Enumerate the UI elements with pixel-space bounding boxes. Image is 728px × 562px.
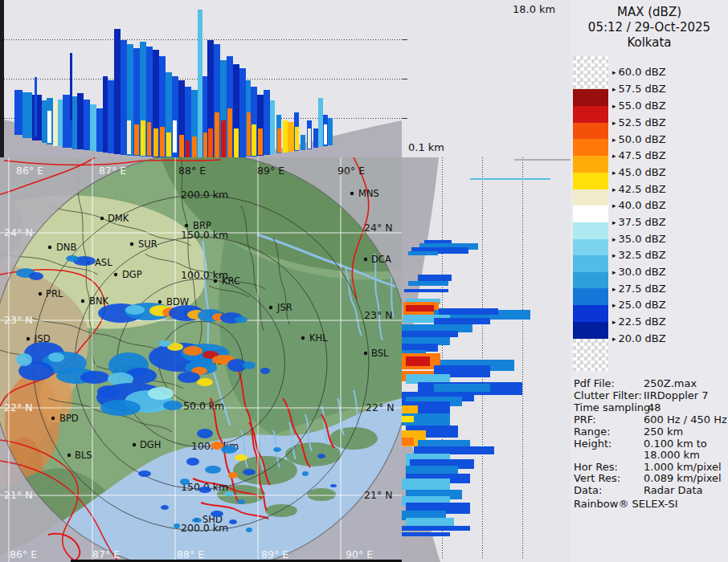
echo-blob: [183, 346, 202, 356]
grid-label: 86° E: [16, 165, 43, 177]
city-dot: [48, 246, 51, 249]
software-brand-label: Rainbow® SELEX-SI: [574, 498, 678, 510]
echo-blob: [224, 491, 234, 496]
radar-map-panel: 86° E87° E88° E89° E90° E86° E87° E88° E…: [0, 157, 402, 562]
echo-blob: [246, 527, 252, 532]
echo-blob: [198, 487, 211, 493]
echo-bar: [408, 281, 448, 286]
scale-tick-label: ▸30.0 dBZ: [612, 266, 666, 278]
grid-label: 90° E: [346, 548, 373, 560]
scale-tick-label: ▸60.0 dBZ: [612, 66, 666, 78]
echo-bar: [295, 127, 299, 150]
echo-bar: [318, 98, 323, 147]
param-value: 48: [648, 401, 661, 413]
echo-bar: [288, 122, 294, 152]
echo-blob: [243, 361, 256, 369]
city-label: PRL: [46, 288, 63, 299]
scale-tick-arrow-icon: ▸: [612, 169, 616, 177]
grid-label: 22° N: [4, 401, 32, 413]
scale-tick-label: ▸47.5 dBZ: [612, 149, 666, 161]
grid-label: 89° E: [257, 165, 284, 177]
city-dot: [114, 273, 117, 276]
echo-bar: [134, 124, 139, 155]
echo-blob: [197, 378, 213, 386]
echo-blob: [221, 446, 237, 454]
echo-bar: [313, 128, 318, 148]
param-label: Time sampling:: [574, 401, 654, 413]
echo-bar: [406, 356, 430, 366]
scale-tick-arrow-icon: ▸: [612, 301, 616, 309]
echo-bar: [418, 275, 452, 281]
city-dot: [100, 217, 104, 220]
city-dot: [130, 242, 133, 246]
scale-tick-label: ▸27.5 dBZ: [612, 283, 666, 295]
city-label: DMK: [108, 213, 129, 224]
scale-tick-label: ▸55.0 dBZ: [612, 100, 666, 112]
right-height-profile-panel: [402, 157, 571, 562]
echo-blob: [180, 479, 190, 485]
top-height-profile-panel: [0, 0, 402, 157]
echo-blob: [174, 523, 180, 528]
echo-bar: [301, 135, 305, 150]
echo-bar: [58, 100, 63, 146]
scale-tick-arrow-icon: ▸: [612, 185, 616, 193]
city-label: BSL: [371, 348, 389, 359]
echo-blob: [317, 454, 325, 458]
scale-tick-arrow-icon: ▸: [612, 251, 616, 259]
echo-bar: [215, 112, 219, 157]
echo-bar: [35, 77, 37, 136]
echo-bar: [264, 90, 270, 155]
scale-tick-label: ▸42.5 dBZ: [612, 183, 666, 195]
echo-bar: [203, 132, 207, 157]
echo-blob: [158, 340, 171, 347]
echo-blob: [100, 400, 141, 416]
echo-bar: [239, 68, 246, 157]
echo-bar: [114, 29, 121, 154]
city-dot: [269, 306, 272, 309]
grid-label: 90° E: [337, 165, 365, 177]
left-border-strip: [0, 0, 4, 157]
city-dot: [364, 258, 367, 261]
scale-tick-label: ▸52.5 dBZ: [612, 116, 666, 128]
grid-label: 23° N: [364, 309, 392, 321]
echo-bar: [47, 111, 51, 143]
grid-label: 21° N: [4, 489, 32, 501]
radar-map-canvas: 86° E87° E88° E89° E90° E86° E87° E88° E…: [0, 157, 402, 562]
city-label: SUR: [138, 238, 157, 250]
echo-bar: [173, 120, 177, 153]
echo-bar: [258, 128, 263, 155]
city-label: ASL: [95, 257, 112, 268]
param-label: Range:: [574, 426, 611, 438]
city-dot: [51, 417, 55, 420]
echo-bar: [234, 128, 239, 157]
echo-bar: [402, 416, 414, 422]
city-dot: [81, 299, 84, 303]
echo-bar: [277, 128, 281, 153]
echo-bar: [247, 112, 251, 156]
echo-bar: [402, 438, 414, 446]
echo-bar: [198, 10, 202, 157]
scale-tick-label: ▸20.0 dBZ: [612, 332, 666, 344]
echo-bar: [108, 80, 114, 153]
echo-bar: [252, 124, 256, 156]
echo-blob: [80, 371, 109, 384]
echo-bar: [414, 446, 494, 454]
echo-blob: [211, 511, 223, 517]
param-value: 600 Hz / 450 Hz: [644, 413, 727, 426]
scale-tick-arrow-icon: ▸: [612, 202, 616, 210]
echo-blob: [243, 469, 256, 475]
param-label: Clutter Filter:: [574, 389, 642, 401]
grid-label: 24° N: [364, 222, 392, 234]
scale-tick-label: ▸22.5 dBZ: [612, 316, 666, 328]
grid-label: 87° E: [99, 165, 126, 177]
scale-tick-label: ▸57.5 dBZ: [612, 83, 666, 95]
echo-bar: [402, 405, 418, 413]
scale-tick-arrow-icon: ▸: [612, 136, 616, 144]
scale-tick-arrow-icon: ▸: [612, 152, 616, 160]
echo-bar: [328, 118, 333, 145]
param-value: IIRDoppler 7: [644, 389, 709, 401]
echo-bar: [470, 178, 550, 180]
echo-bar: [103, 76, 108, 153]
echo-bar: [283, 120, 288, 153]
echo-blob: [235, 454, 247, 461]
